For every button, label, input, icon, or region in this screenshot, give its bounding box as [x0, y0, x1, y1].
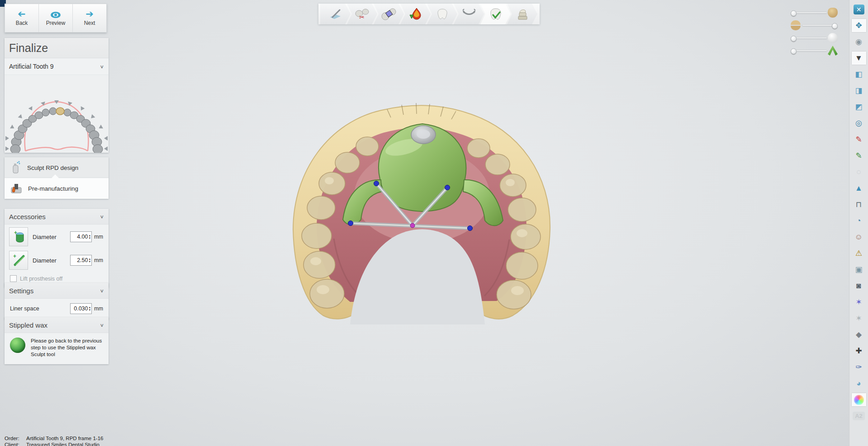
color-wheel-button[interactable]: [852, 393, 866, 406]
articulator-button[interactable]: ⊓: [852, 198, 866, 211]
sculpt-tip-button[interactable]: ▲: [852, 182, 866, 195]
cube-eye-view-button[interactable]: ◎: [852, 117, 866, 130]
order-value: Artificial Tooth 9, RPD frame 1-16: [26, 435, 103, 441]
add-bar-button[interactable]: +: [9, 251, 28, 270]
liner-space-spinner[interactable]: ▴▾: [89, 306, 90, 311]
slider-thumb[interactable]: [791, 48, 797, 54]
workflow-step-sculpt-knife[interactable]: [320, 4, 351, 24]
stippled-wax-panel: Stippled wax ∨ Please go back to the pre…: [5, 317, 109, 364]
cube-top-view-button[interactable]: ◩: [852, 100, 866, 113]
next-button[interactable]: ➔ Next: [73, 4, 106, 32]
settings-header[interactable]: Settings ∨: [5, 283, 109, 299]
annotation-icon: ✑: [855, 362, 862, 372]
finalize-check-icon: [488, 7, 503, 21]
workflow-step-manufacture[interactable]: [507, 4, 538, 24]
add-cylinder-button[interactable]: +: [9, 227, 28, 246]
next-arrow-icon: ➔: [85, 10, 94, 18]
accessory-row-cylinder: + Diameter ▴▾ mm: [5, 225, 109, 248]
liner-space-input[interactable]: [72, 305, 88, 312]
tape-measure-button[interactable]: ◔: [852, 214, 866, 227]
fit-view-button[interactable]: ✥: [852, 19, 866, 32]
next-label: Next: [84, 20, 95, 26]
step-pre-manufacturing[interactable]: Pre-manufacturing: [5, 178, 109, 199]
preview-button[interactable]: Preview: [39, 4, 73, 32]
transparency-button[interactable]: ◕: [852, 377, 866, 390]
connections-disc-icon: ◉: [855, 37, 862, 47]
stippled-wax-message: Please go back to the previous step to u…: [31, 338, 104, 358]
measure-red-button[interactable]: ✎: [852, 133, 866, 146]
workflow-step-anatomy[interactable]: [427, 4, 458, 24]
accessory-row-bar: + Diameter ▴▾ mm: [5, 248, 109, 272]
occlusal-plane-button[interactable]: ✚: [852, 344, 866, 357]
collapse-chevron-icon[interactable]: ∨: [100, 214, 104, 219]
workflow-step-framework[interactable]: [454, 4, 484, 24]
stippled-wax-header[interactable]: Stippled wax ∨: [5, 317, 109, 333]
warning-button[interactable]: ⚠: [852, 247, 866, 260]
section-view-button[interactable]: ▣: [852, 263, 866, 276]
magic-wand-disabled-button: ✶: [852, 312, 866, 325]
tooth-selector[interactable]: Artificial Tooth 9 ∨: [5, 58, 109, 75]
workflow-step-cut[interactable]: ✂: [347, 4, 378, 24]
model-viewport[interactable]: [266, 89, 574, 324]
collapse-chevron-icon[interactable]: ∨: [100, 288, 104, 293]
svg-text:+: +: [14, 230, 17, 236]
accessories-title: Accessories: [9, 213, 46, 221]
rod-endpoint: [468, 226, 473, 231]
patient-photo-button[interactable]: ☺: [852, 230, 866, 244]
teeth-icon: [828, 33, 838, 43]
slider-thumb[interactable]: [832, 23, 838, 29]
workflow-step-connect[interactable]: [374, 4, 404, 24]
back-button[interactable]: ➔ Back: [5, 4, 39, 32]
stippled-wax-icon: [10, 338, 25, 353]
learning-button[interactable]: ▼: [852, 52, 866, 65]
accessories-header[interactable]: Accessories ∨: [5, 209, 109, 225]
liner-space-row: Liner space ▴▾ mm: [5, 299, 109, 319]
tooth-selector-label: Artificial Tooth 9: [9, 63, 54, 70]
camera-button[interactable]: ◙: [852, 279, 866, 292]
tooth-arch-map[interactable]: [5, 75, 109, 153]
svg-text:+: +: [13, 254, 16, 259]
magic-wand-button[interactable]: ✶: [852, 296, 866, 309]
slider-framework: [791, 44, 838, 57]
slider-upper-gingiva: [791, 6, 838, 19]
camera-icon: ◙: [856, 282, 861, 291]
shade-a2-badge: A2: [853, 412, 865, 420]
magic-wand-icon: ✶: [855, 297, 862, 307]
workflow-step-finalize[interactable]: [480, 4, 511, 24]
rpd-framework-icon: [828, 46, 838, 56]
collapse-chevron-icon[interactable]: ∨: [100, 322, 104, 328]
liner-space-label: Liner space: [10, 305, 70, 312]
rod-endpoint: [348, 221, 353, 226]
connections-button[interactable]: ◉: [852, 35, 866, 48]
step-label: Pre-manufacturing: [28, 185, 78, 192]
diameter-input[interactable]: [72, 257, 88, 263]
workflow-bar: ✂: [318, 4, 540, 24]
diameter-spinner[interactable]: ▴▾: [89, 234, 90, 239]
slider-track[interactable]: [792, 38, 827, 39]
cube-back-view-button[interactable]: ◨: [852, 84, 866, 97]
diameter-spinner[interactable]: ▴▾: [89, 258, 90, 263]
cube-eye-view-icon: ◎: [855, 118, 862, 128]
diameter-input[interactable]: [72, 234, 88, 240]
lift-prosthesis-checkbox[interactable]: [10, 275, 17, 282]
patient-photo-icon: ☺: [855, 233, 863, 242]
close-icon: ✕: [854, 5, 864, 14]
slider-track[interactable]: [792, 50, 827, 52]
abutment-icon: [516, 7, 529, 21]
nav-toolbar: ➔ Back Preview ➔ Next: [5, 4, 107, 33]
annotation-button[interactable]: ✑: [852, 361, 866, 374]
step-label: Sculpt RPD design: [27, 164, 78, 171]
chevron-down-icon[interactable]: ∨: [100, 64, 104, 69]
fit-view-icon: ✥: [855, 21, 862, 30]
workflow-step-wax[interactable]: [400, 4, 431, 24]
sculpt-tip-icon: ▲: [855, 184, 863, 193]
finalize-panel: Finalize Artificial Tooth 9 ∨: [5, 38, 109, 153]
slider-thumb[interactable]: [791, 36, 797, 42]
measure-green-button[interactable]: ✎: [852, 149, 866, 162]
cube-front-view-button[interactable]: ◧: [852, 68, 866, 81]
slider-thumb[interactable]: [791, 10, 797, 16]
slider-track[interactable]: [792, 12, 827, 14]
close-button[interactable]: ✕: [852, 3, 866, 16]
pyramid-view-button[interactable]: ◆: [852, 328, 866, 341]
liner-space-input-box: ▴▾: [70, 303, 92, 314]
